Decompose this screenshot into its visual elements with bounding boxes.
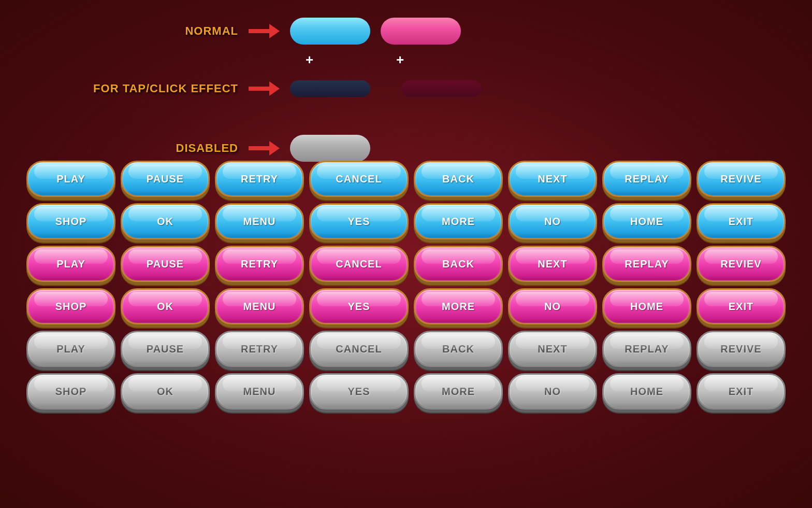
demo-pink-button-normal[interactable] — [381, 18, 461, 45]
btn-blue-retry[interactable]: RETRY — [215, 161, 304, 197]
blue-row-1: PLAY PAUSE RETRY CANCEL BACK NEXT REPLAY… — [10, 161, 802, 197]
btn-gray-replay[interactable]: REPLAY — [602, 331, 691, 367]
plus-sign-1: + — [269, 52, 350, 68]
disabled-row: DISABLED — [93, 133, 482, 164]
btn-gray-back[interactable]: BACK — [414, 331, 503, 367]
btn-pink-back[interactable]: BACK — [414, 246, 503, 282]
btn-blue-replay[interactable]: REPLAY — [602, 161, 691, 197]
gray-row-2: SHOP OK MENU YES MORE NO HOME EXIT — [10, 373, 802, 410]
demo-section: NORMAL + + FOR TAP/CLICK EFFECT DISABLED — [93, 16, 482, 164]
btn-gray-yes[interactable]: YES — [309, 373, 409, 410]
btn-pink-menu[interactable]: MENU — [215, 288, 304, 324]
disabled-arrow — [249, 140, 280, 156]
btn-blue-ok[interactable]: OK — [121, 203, 210, 239]
demo-blue-shadow — [290, 80, 370, 97]
demo-pink-shadow — [401, 80, 482, 97]
btn-gray-cancel[interactable]: CANCEL — [309, 331, 409, 367]
btn-gray-home[interactable]: HOME — [602, 373, 691, 410]
btn-blue-shop[interactable]: SHOP — [26, 203, 115, 239]
btn-blue-next[interactable]: NEXT — [508, 161, 597, 197]
pink-row-2: SHOP OK MENU YES MORE NO HOME EXIT — [10, 288, 802, 324]
btn-blue-more[interactable]: MORE — [414, 203, 503, 239]
btn-gray-menu[interactable]: MENU — [215, 373, 304, 410]
disabled-label: DISABLED — [93, 142, 238, 155]
btn-pink-play[interactable]: PLAY — [26, 246, 115, 282]
normal-label: NORMAL — [93, 24, 238, 38]
btn-gray-play[interactable]: PLAY — [26, 331, 115, 367]
btn-pink-more[interactable]: MORE — [414, 288, 503, 324]
tap-click-row: FOR TAP/CLICK EFFECT — [93, 76, 482, 102]
btn-pink-revive[interactable]: REVIEV — [697, 246, 786, 282]
pink-row-1: PLAY PAUSE RETRY CANCEL BACK NEXT REPLAY… — [10, 246, 802, 282]
btn-pink-no[interactable]: NO — [508, 288, 597, 324]
btn-blue-yes[interactable]: YES — [309, 203, 409, 239]
demo-blue-button-normal[interactable] — [290, 18, 370, 45]
btn-pink-replay[interactable]: REPLAY — [602, 246, 691, 282]
btn-blue-no[interactable]: NO — [508, 203, 597, 239]
btn-pink-cancel[interactable]: CANCEL — [309, 246, 409, 282]
tap-click-arrow — [249, 81, 280, 96]
btn-blue-pause[interactable]: PAUSE — [121, 161, 210, 197]
plus-sign-2: + — [360, 52, 440, 68]
btn-pink-shop[interactable]: SHOP — [26, 288, 115, 324]
btn-gray-more[interactable]: MORE — [414, 373, 503, 410]
btn-gray-ok[interactable]: OK — [121, 373, 210, 410]
normal-row: NORMAL — [93, 16, 482, 47]
demo-disabled-button — [290, 135, 370, 162]
btn-gray-shop[interactable]: SHOP — [26, 373, 115, 410]
btn-pink-home[interactable]: HOME — [602, 288, 691, 324]
btn-pink-ok[interactable]: OK — [121, 288, 210, 324]
btn-pink-pause[interactable]: PAUSE — [121, 246, 210, 282]
btn-blue-home[interactable]: HOME — [602, 203, 691, 239]
plus-row: + + — [93, 52, 482, 68]
btn-gray-revive[interactable]: REVIVE — [697, 331, 786, 367]
btn-blue-revive[interactable]: REVIVE — [697, 161, 786, 197]
btn-gray-no[interactable]: NO — [508, 373, 597, 410]
btn-gray-next[interactable]: NEXT — [508, 331, 597, 367]
btn-blue-cancel[interactable]: CANCEL — [309, 161, 409, 197]
btn-blue-menu[interactable]: MENU — [215, 203, 304, 239]
gray-row-1: PLAY PAUSE RETRY CANCEL BACK NEXT REPLAY… — [10, 331, 802, 367]
btn-gray-exit[interactable]: EXIT — [697, 373, 786, 410]
btn-pink-exit[interactable]: EXIT — [697, 288, 786, 324]
btn-pink-next[interactable]: NEXT — [508, 246, 597, 282]
btn-gray-pause[interactable]: PAUSE — [121, 331, 210, 367]
tap-click-label: FOR TAP/CLICK EFFECT — [93, 82, 238, 95]
btn-blue-exit[interactable]: EXIT — [697, 203, 786, 239]
blue-row-2: SHOP OK MENU YES MORE NO HOME EXIT — [10, 203, 802, 239]
btn-pink-retry[interactable]: RETRY — [215, 246, 304, 282]
buttons-grid: PLAY PAUSE RETRY CANCEL BACK NEXT REPLAY… — [10, 161, 802, 410]
btn-blue-play[interactable]: PLAY — [26, 161, 115, 197]
btn-blue-back[interactable]: BACK — [414, 161, 503, 197]
btn-gray-retry[interactable]: RETRY — [215, 331, 304, 367]
btn-pink-yes[interactable]: YES — [309, 288, 409, 324]
normal-arrow — [249, 23, 280, 39]
